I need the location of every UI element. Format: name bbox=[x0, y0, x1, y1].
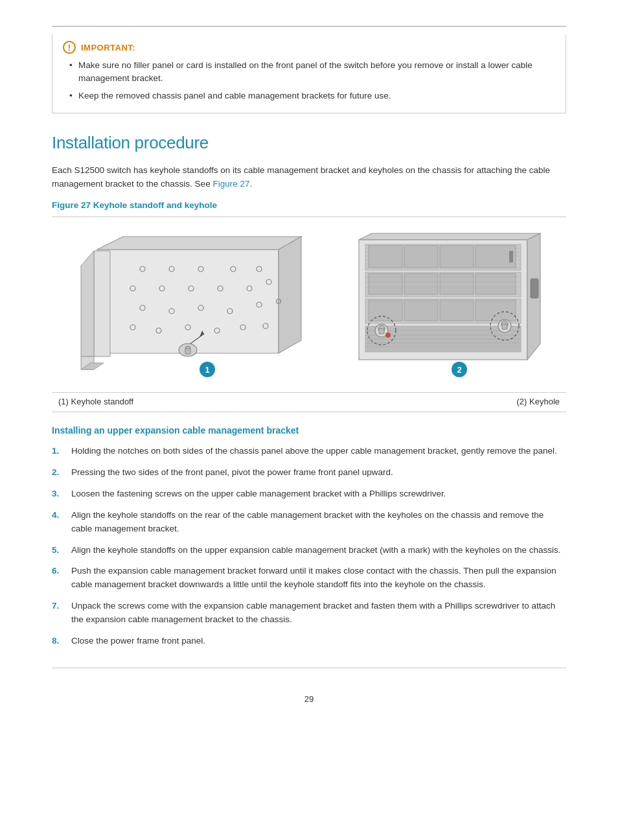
important-list: Make sure no filler panel or card is ins… bbox=[63, 59, 555, 102]
list-item-4: 4. Align the keyhole standoffs on the re… bbox=[52, 509, 566, 536]
svg-rect-79 bbox=[502, 324, 507, 329]
svg-marker-3 bbox=[94, 251, 110, 356]
bottom-rule bbox=[52, 668, 566, 668]
svg-rect-49 bbox=[440, 246, 474, 268]
list-number-2: 2. bbox=[52, 466, 63, 480]
svg-rect-65 bbox=[531, 279, 538, 298]
svg-marker-37 bbox=[359, 233, 540, 240]
list-number-7: 7. bbox=[52, 600, 63, 627]
figure-container: 1 bbox=[52, 216, 566, 412]
list-text-3: Loosen the fastening screws on the upper… bbox=[71, 487, 566, 501]
subsection-title: Installing an upper expansion cable mana… bbox=[52, 425, 566, 436]
svg-rect-75 bbox=[379, 329, 384, 334]
bracket-drawing: 1 bbox=[58, 230, 311, 386]
list-item-6: 6. Push the expansion cable management b… bbox=[52, 565, 566, 592]
svg-rect-63 bbox=[440, 300, 474, 321]
list-item-1: 1. Holding the notches on both sides of … bbox=[52, 445, 566, 458]
important-label: IMPORTANT: bbox=[81, 43, 135, 52]
list-text-2: Pressing the two sides of the front pane… bbox=[71, 466, 566, 480]
list-item-2: 2. Pressing the two sides of the front p… bbox=[52, 466, 566, 480]
svg-rect-62 bbox=[404, 300, 438, 321]
svg-marker-0 bbox=[97, 250, 279, 353]
svg-rect-34 bbox=[185, 349, 190, 354]
list-item-8: 8. Close the power frame front panel. bbox=[52, 635, 566, 648]
list-text-4: Align the keyhole standoffs on the rear … bbox=[71, 509, 566, 536]
list-item-3: 3. Loosen the fastening screws on the up… bbox=[52, 487, 566, 501]
numbered-list: 1. Holding the notches on both sides of … bbox=[52, 445, 566, 648]
svg-marker-4 bbox=[81, 251, 94, 356]
body-text: Each S12500 switch has keyhole standoffs… bbox=[52, 163, 566, 191]
list-text-1: Holding the notches on both sides of the… bbox=[71, 445, 566, 458]
svg-marker-2 bbox=[279, 237, 301, 353]
list-number-6: 6. bbox=[52, 565, 63, 592]
svg-text:1: 1 bbox=[205, 365, 209, 375]
important-item-1: Make sure no filler panel or card is ins… bbox=[69, 59, 555, 86]
svg-rect-64 bbox=[475, 300, 516, 321]
important-item-2: Keep the removed chassis panel and cable… bbox=[69, 89, 555, 102]
list-text-6: Push the expansion cable management brac… bbox=[71, 565, 566, 592]
list-number-4: 4. bbox=[52, 509, 63, 536]
svg-rect-51 bbox=[509, 251, 513, 262]
important-header: ! IMPORTANT: bbox=[63, 41, 555, 54]
svg-rect-61 bbox=[369, 300, 402, 321]
list-item-5: 5. Align the keyhole standoffs on the up… bbox=[52, 544, 566, 557]
list-number-3: 3. bbox=[52, 487, 63, 501]
figure-images: 1 bbox=[52, 217, 566, 392]
list-number-1: 1. bbox=[52, 445, 63, 458]
list-number-5: 5. bbox=[52, 544, 63, 557]
svg-point-80 bbox=[385, 332, 391, 338]
list-text-5: Align the keyhole standoffs on the upper… bbox=[71, 544, 566, 557]
important-icon: ! bbox=[63, 41, 76, 54]
svg-marker-1 bbox=[97, 237, 301, 250]
figure-caption: Figure 27 Keyhole standoff and keyhole bbox=[52, 200, 566, 210]
list-text-7: Unpack the screws come with the expansio… bbox=[71, 600, 566, 627]
figure-labels: (1) Keyhole standoff (2) Keyhole bbox=[52, 392, 566, 412]
figure-label-left: (1) Keyhole standoff bbox=[58, 397, 133, 406]
top-rule bbox=[52, 26, 566, 27]
svg-rect-47 bbox=[369, 246, 402, 268]
list-number-8: 8. bbox=[52, 635, 63, 648]
figure-label-right: (2) Keyhole bbox=[517, 397, 560, 406]
section-title: Installation procedure bbox=[52, 133, 566, 153]
chassis-drawing: 2 bbox=[339, 230, 560, 386]
page-number: 29 bbox=[52, 694, 566, 704]
important-box: ! IMPORTANT: Make sure no filler panel o… bbox=[52, 34, 566, 113]
svg-rect-48 bbox=[404, 246, 438, 268]
svg-text:2: 2 bbox=[457, 365, 461, 375]
figure-link[interactable]: Figure 27 bbox=[212, 179, 249, 189]
list-text-8: Close the power frame front panel. bbox=[71, 635, 566, 648]
list-item-7: 7. Unpack the screws come with the expan… bbox=[52, 600, 566, 627]
